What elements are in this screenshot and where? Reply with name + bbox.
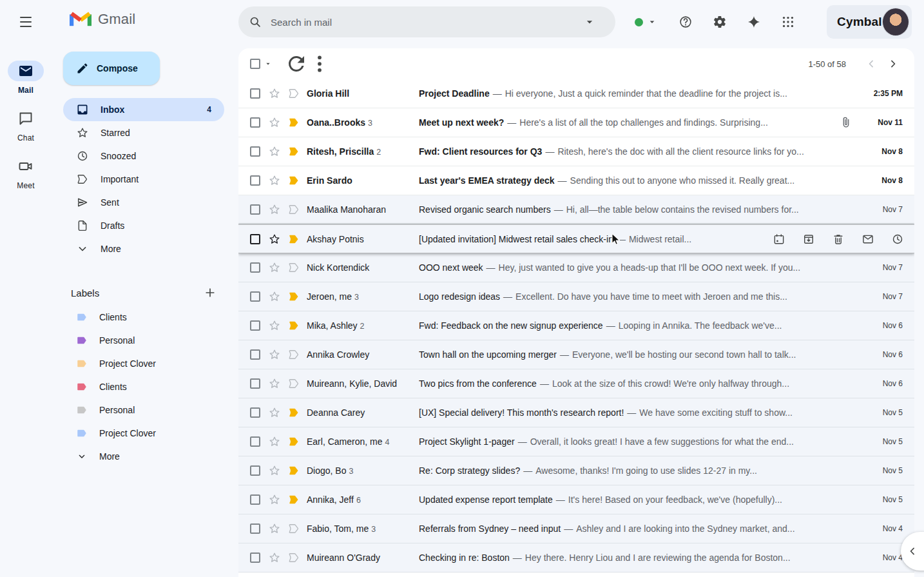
sidebar-item-snoozed[interactable]: Snoozed — [63, 144, 224, 168]
main-menu-icon[interactable] — [14, 10, 37, 34]
newer-page-icon[interactable] — [860, 53, 882, 75]
row-checkbox[interactable] — [250, 436, 260, 447]
email-row[interactable]: Annika, Jeff6Updated expense report temp… — [238, 485, 914, 514]
email-row[interactable]: Earl, Cameron, me4Project Skylight 1-pag… — [238, 427, 914, 456]
importance-marker-icon[interactable] — [287, 522, 300, 535]
email-row[interactable]: Nick KortendickOOO next week—Hey, just w… — [238, 253, 914, 282]
row-checkbox[interactable] — [250, 553, 260, 563]
label-item-clients[interactable]: Clients — [63, 375, 224, 398]
star-icon[interactable] — [268, 290, 281, 303]
row-checkbox[interactable] — [250, 262, 260, 273]
email-row[interactable]: Jeroen, me3Logo redesign ideas—Excellent… — [238, 282, 914, 311]
email-row[interactable]: Annika CrowleyTown hall on the upcoming … — [238, 340, 914, 369]
label-item-clients[interactable]: Clients — [63, 306, 224, 329]
importance-marker-icon[interactable] — [287, 319, 300, 332]
importance-marker-icon[interactable] — [287, 348, 300, 361]
rail-item-mail[interactable]: Mail — [0, 61, 52, 95]
label-item-personal[interactable]: Personal — [63, 329, 224, 352]
row-checkbox[interactable] — [250, 175, 260, 186]
star-icon[interactable] — [268, 377, 281, 390]
mark-unread-icon[interactable] — [861, 233, 874, 246]
star-icon[interactable] — [268, 522, 281, 535]
search-bar[interactable] — [238, 6, 615, 37]
row-checkbox[interactable] — [250, 117, 260, 128]
star-icon[interactable] — [268, 174, 281, 187]
help-icon[interactable] — [673, 9, 698, 35]
email-row[interactable]: Akshay Potnis[Updated invitation] Midwes… — [238, 224, 914, 253]
refresh-icon[interactable] — [285, 52, 308, 75]
star-icon[interactable] — [268, 348, 281, 361]
row-checkbox[interactable] — [250, 291, 260, 302]
row-checkbox[interactable] — [250, 88, 260, 99]
importance-marker-icon[interactable] — [287, 203, 300, 216]
star-icon[interactable] — [268, 551, 281, 564]
row-checkbox[interactable] — [250, 465, 260, 476]
importance-marker-icon[interactable] — [287, 233, 300, 246]
row-checkbox[interactable] — [250, 407, 260, 418]
star-icon[interactable] — [268, 233, 281, 246]
sidebar-item-sent[interactable]: Sent — [63, 191, 224, 214]
star-icon[interactable] — [268, 116, 281, 129]
email-row[interactable]: Mika, Ashley2Fwd: Feedback on the new si… — [238, 311, 914, 340]
importance-marker-icon[interactable] — [287, 435, 300, 448]
star-icon[interactable] — [268, 87, 281, 100]
apps-grid-icon[interactable] — [775, 9, 801, 35]
sidebar-item-more[interactable]: More — [63, 237, 224, 260]
email-row[interactable]: Ritesh, Priscilla2Fwd: Client resources … — [238, 137, 914, 166]
importance-marker-icon[interactable] — [287, 406, 300, 419]
row-checkbox[interactable] — [250, 320, 260, 331]
sidebar-item-starred[interactable]: Starred — [63, 121, 224, 144]
importance-marker-icon[interactable] — [287, 493, 300, 506]
star-icon[interactable] — [268, 493, 281, 506]
importance-marker-icon[interactable] — [287, 551, 300, 564]
older-page-icon[interactable] — [882, 53, 904, 75]
email-row[interactable]: Maalika ManoharanRevised organic search … — [238, 195, 914, 224]
search-options-caret-icon[interactable] — [583, 15, 596, 28]
email-row[interactable]: Erin SardoLast year's EMEA strategy deck… — [238, 166, 914, 195]
importance-marker-icon[interactable] — [287, 145, 300, 158]
email-row[interactable]: Oana..Brooks3Meet up next week?—Here's a… — [238, 108, 914, 137]
email-row[interactable]: Muireann O'GradyChecking in re: Boston—H… — [238, 543, 914, 572]
star-icon[interactable] — [268, 464, 281, 477]
star-icon[interactable] — [268, 203, 281, 216]
row-checkbox[interactable] — [250, 234, 260, 244]
label-item-project-clover[interactable]: Project Clover — [63, 422, 224, 445]
row-checkbox[interactable] — [250, 204, 260, 215]
rail-item-chat[interactable]: Chat — [0, 108, 52, 142]
email-row[interactable]: Fabio, Tom, me3Referrals from Sydney – n… — [238, 514, 914, 543]
row-checkbox[interactable] — [250, 378, 260, 389]
importance-marker-icon[interactable] — [287, 116, 300, 129]
archive-icon[interactable] — [802, 233, 815, 246]
email-row[interactable]: Gloria HillProject Deadline—Hi everyone,… — [238, 79, 914, 108]
row-checkbox[interactable] — [250, 146, 260, 157]
row-checkbox[interactable] — [250, 349, 260, 360]
rail-item-meet[interactable]: Meet — [0, 156, 52, 190]
sidebar-item-important[interactable]: Important — [63, 168, 224, 191]
importance-marker-icon[interactable] — [287, 377, 300, 390]
account-pill[interactable]: Cymbal — [827, 5, 912, 39]
importance-marker-icon[interactable] — [287, 261, 300, 274]
compose-button[interactable]: Compose — [63, 52, 160, 85]
gemini-sparkle-icon[interactable] — [741, 9, 767, 35]
avatar[interactable] — [882, 8, 909, 36]
delete-icon[interactable] — [832, 233, 845, 246]
star-icon[interactable] — [268, 261, 281, 274]
star-icon[interactable] — [268, 435, 281, 448]
importance-marker-icon[interactable] — [287, 464, 300, 477]
label-item-project-clover[interactable]: Project Clover — [63, 352, 224, 375]
select-all-checkbox[interactable] — [250, 59, 260, 69]
importance-marker-icon[interactable] — [287, 87, 300, 100]
email-row[interactable]: Diogo, Bo3Re: Corp strategy slides?—Awes… — [238, 456, 914, 485]
more-options-icon[interactable] — [308, 52, 331, 75]
email-row[interactable]: Muireann, Kylie, DavidTwo pics from the … — [238, 369, 914, 398]
email-row[interactable]: Deanna Carey[UX] Special delivery! This … — [238, 398, 914, 427]
star-icon[interactable] — [268, 145, 281, 158]
label-item-personal[interactable]: Personal — [63, 398, 224, 422]
star-icon[interactable] — [268, 406, 281, 419]
labels-more[interactable]: More — [63, 445, 224, 468]
star-icon[interactable] — [268, 319, 281, 332]
select-caret-icon[interactable] — [263, 59, 273, 69]
calendar-icon[interactable] — [773, 233, 785, 246]
settings-gear-icon[interactable] — [707, 9, 733, 35]
importance-marker-icon[interactable] — [287, 174, 300, 187]
